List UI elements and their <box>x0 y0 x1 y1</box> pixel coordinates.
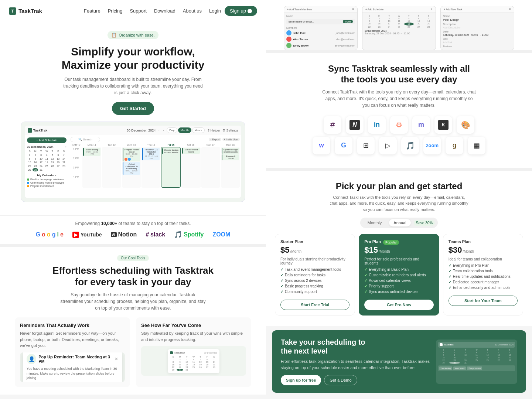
feature-title-progress: See How Far You've Come <box>141 323 246 328</box>
view-years[interactable]: Years <box>192 127 205 133</box>
plan-cta-pro[interactable]: Get Pro Now <box>364 300 433 310</box>
plan-feature-1-teams: ✓Everything in Pro Plan <box>449 263 518 267</box>
features-grid: Reminders That Actually Work Never forgo… <box>15 317 251 387</box>
dash-logo: T TaskTrak <box>28 128 47 133</box>
mini-screen-task-header: + Add New Task ✕ <box>441 6 514 13</box>
brand-logos: Google ▶ YouTube N Notion # slack 🎵 Spot… <box>15 231 251 239</box>
plan-feature-5-starter: ✓Community support <box>280 290 349 294</box>
plan-feature-1-pro: ✓Everything in Basic Plan <box>364 267 433 272</box>
integration-klaviyo: K <box>434 116 452 134</box>
brand-slack: # slack <box>146 231 165 238</box>
trusted-section: Empowering 10,000+ of teams to stay on t… <box>0 215 266 244</box>
event-user-testing[interactable]: User testing9:00 - 10:00 PM <box>83 148 100 156</box>
my-calendars: My Calendars Finalize homepage wireframe… <box>27 174 66 187</box>
view-day[interactable]: Day <box>167 127 177 133</box>
plan-feature-2-starter: ✓Daily reminders for tasks <box>280 273 349 277</box>
logo-icon: T <box>9 7 16 15</box>
trusted-text: Empowering 10,000+ of teams to stay on t… <box>15 221 251 226</box>
integration-notion: N <box>346 116 364 134</box>
plan-price-teams: $30 <box>449 245 462 255</box>
day-col-fri: Update design system assets <box>161 147 181 188</box>
mini-cal-header: 30 December, 2024 › <box>27 145 66 149</box>
mini-close-2[interactable]: ✕ <box>430 8 433 11</box>
cta-banner: Take your scheduling to the next level F… <box>272 330 526 393</box>
toggle-annual[interactable]: Annual <box>389 219 410 226</box>
nav-pricing[interactable]: Pricing <box>108 8 123 14</box>
event-update-design[interactable]: Update design system assets <box>162 148 180 154</box>
get-started-button[interactable]: Get Started <box>112 102 154 115</box>
dash-nav-prev[interactable]: ‹ <box>158 129 160 132</box>
nav-download[interactable]: Download <box>154 8 175 14</box>
dash-date: 30 December, 2024 <box>127 129 156 132</box>
feature-desc-reminders: Never forgot again! Set reminders your w… <box>20 330 125 349</box>
week-header: GMT+7 Mon 11 Tue 12 Wed 13 Thu 14 Fri 15… <box>71 144 240 146</box>
dash-nav-next[interactable]: › <box>163 129 164 132</box>
event-update-design2[interactable]: Update design system assets <box>222 148 239 154</box>
integration-linkedin: in <box>368 116 386 134</box>
dash-sidebar: + Add Schedule 30 December, 2024 › S M T <box>25 135 69 198</box>
plan-name-starter: Starter Plan <box>280 239 349 244</box>
add-schedule-button[interactable]: + Add Schedule <box>27 137 66 143</box>
day-col-mon: User testing9:00 - 10:00 PM <box>82 147 101 188</box>
brand-google: Google <box>36 231 64 238</box>
tools-section: Our Cool Tools Effortless scheduling wit… <box>0 244 266 395</box>
integration-microsoft: ⊞ <box>357 137 375 154</box>
integrations-row2: W G ⊞ ▷ 🎵 zoom <box>281 137 517 154</box>
dash-search-box[interactable]: 🔍 Search <box>71 137 100 142</box>
plan-period-teams: /Month <box>463 249 474 253</box>
mini-close-1[interactable]: ✕ <box>352 8 354 11</box>
signup-button[interactable]: Sign up <box>225 6 257 16</box>
pricing-save-badge: Save 30% <box>414 220 435 226</box>
sync-subtitle: Connect TaskTrak with the tools you rely… <box>321 89 477 109</box>
view-month[interactable]: Month <box>178 127 191 133</box>
event-mood-board[interactable]: Prepare mood board9:00 - 10:00 PM <box>123 148 140 161</box>
event-adjust[interactable]: Adjust prototypes for A/B testing9:00 - … <box>123 162 140 175</box>
nav-feature[interactable]: Feature <box>84 8 100 14</box>
mini-calendar: 30 December, 2024 › S M T W T F <box>27 145 66 171</box>
mini-close-3[interactable]: ✕ <box>509 8 511 11</box>
mini-cal-nav[interactable]: › <box>65 145 66 149</box>
feature-reminders: Reminders That Actually Work Never forgo… <box>15 317 130 387</box>
cta-banner-text: Take your scheduling to the next level F… <box>281 338 430 385</box>
dash-invite[interactable]: + Invite User <box>222 138 240 141</box>
popup-close[interactable]: ✕ <box>115 357 118 362</box>
top-mini-screens: + Add Team Members ✕ Name Enter name or … <box>266 0 532 50</box>
plan-cta-starter[interactable]: Start Free Trial <box>280 300 349 310</box>
integration-google: G <box>335 137 352 154</box>
mini-screen-team-header: + Add Team Members ✕ <box>284 6 357 13</box>
plan-cta-teams[interactable]: Start for Your Team <box>449 296 518 306</box>
event-research-ux[interactable]: Research UX trends for 202411:00 - 11:45… <box>142 148 160 160</box>
pricing-card-teams: Teams Plan $30 /Month Ideal for teams an… <box>443 234 523 316</box>
feature-title-reminders: Reminders That Actually Work <box>20 323 125 328</box>
plan-feature-5-teams: ✓Enhanced security and admin tools <box>449 286 518 290</box>
plan-feature-2-teams: ✓Team collaboration tools <box>449 269 518 273</box>
toggle-monthly[interactable]: Monthly <box>363 219 386 226</box>
event-research-board[interactable]: Research board <box>222 154 239 160</box>
add-team-header-label: + Add Team Members <box>287 8 312 11</box>
feature-progress: See How Far You've Come Stay motivated b… <box>136 317 251 387</box>
integration-slack: # <box>324 116 341 134</box>
dash-helper: ? Helper <box>208 129 220 132</box>
dash-export[interactable]: ↑ Export <box>209 138 221 141</box>
integrations-row1: # N in ⚙ m K 🎨 <box>281 116 517 134</box>
mini-screen-team-body: Name Enter name or email... Invite Membe… <box>284 13 357 50</box>
dash-settings[interactable]: ⚙ Settings <box>222 129 238 132</box>
integration-monday: m <box>412 116 430 134</box>
cta-signup-button[interactable]: Sign up for free <box>281 375 321 385</box>
nav-about[interactable]: About us <box>183 8 202 14</box>
day-col-sun <box>201 147 220 188</box>
nav-logo: T TaskTrak <box>9 7 42 15</box>
dash-main-header: 🔍 Search ↑ Export + Invite User <box>71 137 240 142</box>
dash-action-icons: ↑ Export + Invite User <box>209 138 240 141</box>
event-create-mood[interactable]: Create mood board <box>182 148 200 154</box>
tools-badge: Our Cool Tools <box>117 255 149 261</box>
integration-zoom: zoom <box>423 137 441 154</box>
pricing-card-starter: Starter Plan $5 /Month For individuals s… <box>275 234 355 316</box>
integration-hubspot: ⚙ <box>390 116 408 134</box>
nav-support[interactable]: Support <box>130 8 147 14</box>
plan-feature-4-starter: ✓Basic progress tracking <box>280 284 349 288</box>
pricing-cards: Starter Plan $5 /Month For individuals s… <box>275 234 523 316</box>
pricing-title: Pick your plan and get started <box>275 181 523 191</box>
login-button[interactable]: Login <box>209 8 221 14</box>
cta-demo-button[interactable]: Get a Demo <box>324 375 357 385</box>
